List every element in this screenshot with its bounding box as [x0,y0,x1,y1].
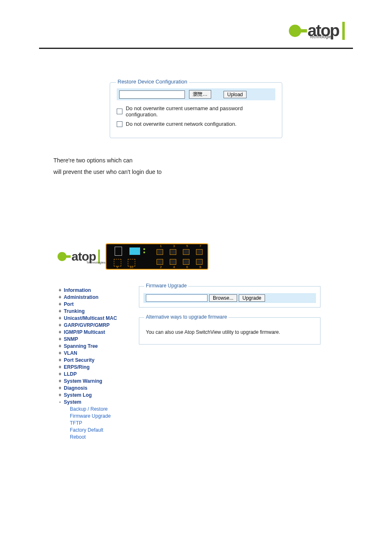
plus-icon: + [58,301,62,307]
sfp-slot-icon [115,247,122,256]
minus-icon: - [58,399,62,405]
sidebar-item-label: System Warning [62,378,102,384]
sidebar-item-label: VLAN [62,350,77,356]
sidebar-subitem[interactable]: TFTP [70,420,127,426]
alternative-upgrade-panel: Alternative ways to upgrade firmware You… [139,317,321,345]
brand-logo-small: atop Technologies [58,250,100,264]
port-number: 3 [173,244,175,248]
plus-icon: + [58,371,62,377]
checkbox-network[interactable] [117,121,122,127]
sidebar-item-label: SNMP [62,336,78,342]
sidebar-item[interactable]: + Spanning Tree [58,343,127,349]
browse-button[interactable]: Browse... [209,294,237,302]
logo-dot-icon [289,25,301,37]
sidebar-subitem[interactable]: Firmware Upgrade [70,413,127,419]
plus-icon: + [58,287,62,293]
sidebar-item[interactable]: + IGMP/IP Multicast [58,329,127,335]
ethernet-port-icon [170,259,176,265]
firmware-legend: Firmware Upgrade [144,283,188,289]
sidebar-item-label: GARP/GVRP/GMRP [62,322,110,328]
sidebar-item[interactable]: + Trunking [58,308,127,314]
plus-icon: + [58,308,62,314]
ethernet-port-icon [157,249,163,255]
sidebar-item[interactable]: + Port Security [58,357,127,363]
sidebar-item-label: Administration [62,294,99,300]
para-line-2: will prevent the user who can't login du… [53,166,284,178]
sidebar-subitem[interactable]: Backup / Restore [70,406,127,412]
restore-legend: Restore Device Configuration [116,79,189,85]
sidebar-item[interactable]: + System Warning [58,378,127,384]
plus-icon: + [58,336,62,342]
sidebar-item[interactable]: + LLDP [58,371,127,377]
overwrite-network-row: Do not overwrite current network configu… [117,121,275,127]
ethernet-port-icon [196,259,203,265]
sidebar-item[interactable]: + GARP/GVRP/GMRP [58,322,127,328]
body-paragraph: There're two options which can will prev… [53,155,284,178]
browse-button[interactable]: 瀏覽… [189,90,211,99]
restore-config-panel: Restore Device Configuration 瀏覽… Upload … [110,82,282,138]
sidebar-item[interactable]: + ERPS/Ring [58,364,127,370]
sidebar-item-label: Port [62,301,74,307]
sidebar-item[interactable]: + Administration [58,294,127,300]
port-number: 9 [116,265,118,269]
sidebar-item[interactable]: - System [58,399,127,405]
ethernet-port-icon [183,249,189,255]
content-area: Firmware Upgrade Browse... Upgrade Alter… [139,286,321,441]
overwrite-userpass-row: Do not overwrite current username and pa… [117,105,275,118]
plus-icon: + [58,357,62,363]
ethernet-port-icon [183,259,189,265]
plus-icon: + [58,350,62,356]
port-number: 8 [199,265,201,269]
ethernet-port-icon [157,259,163,265]
port-number: 4 [173,265,175,269]
upgrade-button[interactable]: Upgrade [239,294,265,302]
status-panel-icon [129,247,140,255]
logo-bar-icon [342,22,345,40]
firmware-row: Browse... Upgrade [143,293,316,303]
sidebar-item-label: Information [62,287,91,293]
sidebar-item[interactable]: + Port [58,301,127,307]
led-icon [143,248,145,250]
file-path-input[interactable] [119,90,185,99]
plus-icon: + [58,315,62,321]
port-number: 10 [129,265,133,269]
checkbox-network-label: Do not overwrite current network configu… [126,121,237,127]
sidebar-item-label: Port Security [62,357,95,363]
sidebar-item[interactable]: + Diagnosis [58,385,127,391]
alt-text: You can also use Atop SwitchView utility… [143,324,316,340]
plus-icon: + [58,329,62,335]
sidebar-subitem[interactable]: Factory Default [70,427,127,433]
sidebar-item[interactable]: + VLAN [58,350,127,356]
logo-tagline: Technologies [86,261,106,264]
sidebar-item-label: Spanning Tree [62,343,98,349]
plus-icon: + [58,322,62,328]
plus-icon: + [58,392,62,398]
sidebar-item-label: Trunking [62,308,85,314]
logo-dot-icon [58,252,67,261]
led-icon [143,252,145,253]
sidebar-item-label: System [62,399,81,405]
checkbox-userpass-label: Do not overwrite current username and pa… [126,105,275,118]
ethernet-port-icon [170,249,176,255]
upload-button[interactable]: Upload [224,91,247,98]
sidebar-nav: + Information+ Administration+ Port+ Tru… [58,286,127,441]
port-number: 1 [160,244,161,248]
sidebar-item-label: Diagnosis [62,385,88,391]
sidebar-item[interactable]: + Information [58,287,127,293]
sidebar-item-label: ERPS/Ring [62,364,90,370]
logo-tagline: Technologies [309,35,333,39]
header-rule [39,48,353,49]
sidebar-item[interactable]: + SNMP [58,336,127,342]
switch-diagram: 1 3 5 7 9 10 2 4 6 8 [106,243,208,270]
port-number: 6 [186,265,188,269]
firmware-file-input[interactable] [146,294,208,302]
sidebar-item[interactable]: + System Log [58,392,127,398]
sidebar-item-label: LLDP [62,371,77,377]
para-line-1: There're two options which can [53,155,284,166]
sidebar-item[interactable]: + Unicast/Multicast MAC [58,315,127,321]
checkbox-userpass[interactable] [117,109,122,114]
sidebar-subitem[interactable]: Reboot [70,434,127,440]
plus-icon: + [58,378,62,384]
figure-header: atop Technologies 1 3 5 7 9 1 [58,243,321,270]
sidebar-item-label: IGMP/IP Multicast [62,329,105,335]
